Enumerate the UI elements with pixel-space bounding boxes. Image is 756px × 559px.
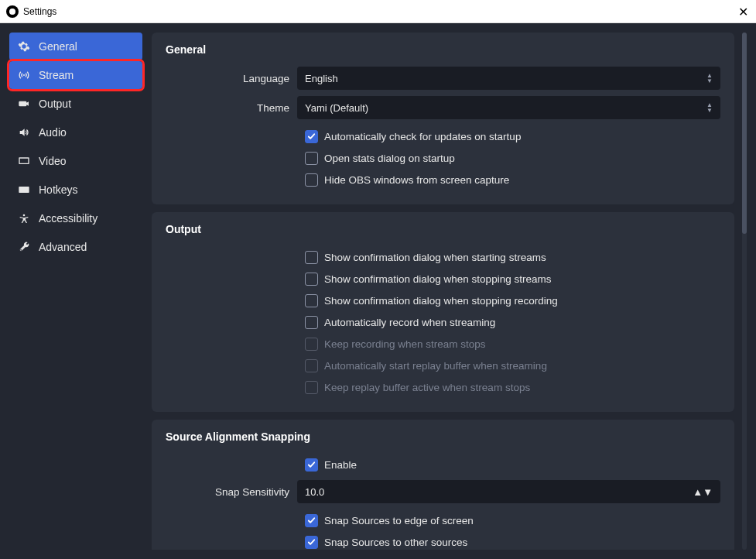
select-language[interactable]: English ▲▼ bbox=[297, 67, 720, 90]
gear-icon bbox=[17, 39, 31, 53]
label-snap-sensitivity: Snap Sensitivity bbox=[166, 486, 297, 498]
content-scrollbar[interactable] bbox=[742, 33, 747, 550]
group-output: Output Show confirmation dialog when sta… bbox=[152, 212, 734, 412]
sidebar-item-general[interactable]: General bbox=[9, 33, 142, 60]
titlebar: Settings ✕ bbox=[0, 0, 756, 23]
speaker-icon bbox=[17, 125, 31, 139]
scrollbar-thumb[interactable] bbox=[742, 33, 747, 234]
checkbox-snap-enable[interactable] bbox=[305, 458, 318, 472]
settings-sidebar: GeneralStreamOutputAudioVideoHotkeysAcce… bbox=[9, 33, 142, 550]
checkbox-keep-replay-buffer bbox=[305, 381, 318, 394]
label-confirm-start-stream: Show confirmation dialog when starting s… bbox=[324, 252, 546, 263]
sidebar-item-audio[interactable]: Audio bbox=[9, 118, 142, 146]
row-snap-sources: Snap Sources to other sources bbox=[166, 531, 720, 550]
group-general: General Language English ▲▼ Theme Yam bbox=[152, 33, 734, 204]
row-theme: Theme Yami (Default) ▲▼ bbox=[166, 96, 720, 119]
sidebar-item-label: Output bbox=[39, 98, 71, 110]
group-title-output: Output bbox=[166, 223, 720, 235]
sidebar-item-video[interactable]: Video bbox=[9, 147, 142, 175]
checkbox-confirm-stop-stream[interactable] bbox=[305, 273, 318, 286]
group-title-general: General bbox=[166, 43, 720, 56]
updown-icon: ▲▼ bbox=[706, 102, 713, 113]
row-snap-enable: Enable bbox=[166, 454, 720, 475]
label-theme: Theme bbox=[166, 102, 297, 114]
checkbox-confirm-stop-recording[interactable] bbox=[305, 294, 318, 307]
snap-sensitivity-value: 10.0 bbox=[305, 486, 324, 498]
checkbox-auto-replay-buffer bbox=[305, 359, 318, 372]
row-auto-replay-buffer: Automatically start replay buffer when s… bbox=[166, 355, 720, 376]
checkbox-auto-record-streaming[interactable] bbox=[305, 316, 318, 329]
updown-icon: ▲▼ bbox=[706, 73, 713, 84]
row-keep-replay-buffer: Keep replay buffer active when stream st… bbox=[166, 376, 720, 398]
select-theme-value: Yami (Default) bbox=[305, 102, 368, 114]
sidebar-item-advanced[interactable]: Advanced bbox=[9, 233, 142, 261]
group-title-snapping: Source Alignment Snapping bbox=[166, 430, 720, 443]
app-body: GeneralStreamOutputAudioVideoHotkeysAcce… bbox=[0, 23, 756, 559]
tools-icon bbox=[17, 240, 31, 254]
sidebar-item-label: Stream bbox=[39, 69, 74, 81]
label-confirm-stop-stream: Show confirmation dialog when stopping s… bbox=[324, 273, 551, 285]
content-wrap: General Language English ▲▼ Theme Yam bbox=[152, 33, 747, 550]
group-snapping: Source Alignment Snapping Enable Snap Se… bbox=[152, 420, 734, 550]
label-confirm-stop-recording: Show confirmation dialog when stopping r… bbox=[324, 295, 558, 307]
sidebar-item-hotkeys[interactable]: Hotkeys bbox=[9, 176, 142, 204]
input-snap-sensitivity[interactable]: 10.0 ▲▼ bbox=[297, 480, 720, 503]
monitor-icon bbox=[17, 154, 31, 168]
updown-icon: ▲▼ bbox=[693, 486, 713, 498]
sidebar-item-label: Video bbox=[39, 155, 67, 167]
select-theme[interactable]: Yami (Default) ▲▼ bbox=[297, 96, 720, 119]
sidebar-item-label: General bbox=[39, 40, 77, 53]
label-auto-replay-buffer: Automatically start replay buffer when s… bbox=[324, 360, 547, 372]
row-hide-windows: Hide OBS windows from screen capture bbox=[166, 169, 720, 190]
app-icon bbox=[6, 5, 19, 18]
sidebar-item-label: Audio bbox=[39, 126, 67, 139]
sidebar-item-label: Hotkeys bbox=[39, 183, 78, 196]
keyboard-icon bbox=[17, 183, 31, 197]
label-auto-update: Automatically check for updates on start… bbox=[324, 131, 521, 142]
sidebar-item-label: Accessibility bbox=[39, 212, 97, 225]
close-icon[interactable]: ✕ bbox=[738, 4, 748, 19]
label-auto-record-streaming: Automatically record when streaming bbox=[324, 317, 495, 328]
settings-content: General Language English ▲▼ Theme Yam bbox=[152, 33, 737, 550]
label-language: Language bbox=[166, 73, 297, 84]
window-title: Settings bbox=[23, 6, 56, 17]
row-auto-update: Automatically check for updates on start… bbox=[166, 125, 720, 147]
row-confirm-stop-recording: Show confirmation dialog when stopping r… bbox=[166, 290, 720, 311]
row-keep-recording: Keep recording when stream stops bbox=[166, 333, 720, 355]
sidebar-item-stream[interactable]: Stream bbox=[9, 61, 142, 89]
label-keep-recording: Keep recording when stream stops bbox=[324, 338, 486, 350]
row-snap-edge: Snap Sources to edge of screen bbox=[166, 509, 720, 531]
label-open-stats: Open stats dialog on startup bbox=[324, 153, 455, 164]
label-snap-sources: Snap Sources to other sources bbox=[324, 537, 467, 548]
label-hide-windows: Hide OBS windows from screen capture bbox=[324, 174, 509, 186]
camcorder-icon bbox=[17, 97, 31, 111]
checkbox-keep-recording bbox=[305, 338, 318, 351]
checkbox-snap-edge[interactable] bbox=[305, 514, 318, 527]
row-snap-sensitivity: Snap Sensitivity 10.0 ▲▼ bbox=[166, 480, 720, 503]
label-keep-replay-buffer: Keep replay buffer active when stream st… bbox=[324, 382, 530, 393]
checkbox-confirm-start-stream[interactable] bbox=[305, 251, 318, 264]
row-confirm-stop-stream: Show confirmation dialog when stopping s… bbox=[166, 268, 720, 290]
row-open-stats: Open stats dialog on startup bbox=[166, 147, 720, 169]
row-confirm-start-stream: Show confirmation dialog when starting s… bbox=[166, 246, 720, 268]
row-auto-record-streaming: Automatically record when streaming bbox=[166, 311, 720, 333]
checkbox-snap-sources[interactable] bbox=[305, 536, 318, 549]
checkbox-hide-windows[interactable] bbox=[305, 173, 318, 187]
antenna-icon bbox=[17, 68, 31, 82]
label-snap-edge: Snap Sources to edge of screen bbox=[324, 515, 474, 526]
accessibility-icon bbox=[17, 211, 31, 225]
row-language: Language English ▲▼ bbox=[166, 67, 720, 90]
sidebar-item-accessibility[interactable]: Accessibility bbox=[9, 204, 142, 232]
checkbox-auto-update[interactable] bbox=[305, 130, 318, 143]
checkbox-open-stats[interactable] bbox=[305, 152, 318, 165]
select-language-value: English bbox=[305, 73, 338, 84]
label-snap-enable: Enable bbox=[324, 459, 357, 471]
sidebar-item-label: Advanced bbox=[39, 241, 87, 253]
sidebar-item-output[interactable]: Output bbox=[9, 90, 142, 118]
